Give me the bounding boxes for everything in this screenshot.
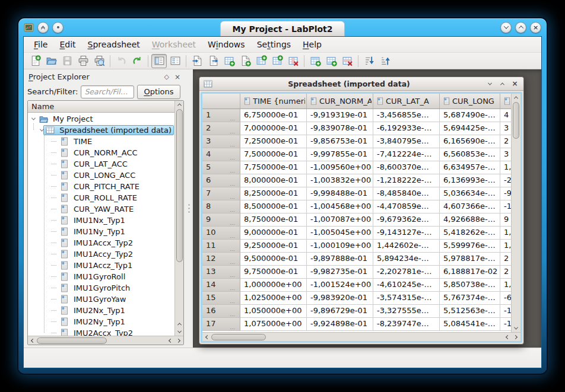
add-spreadsheet-button[interactable] (221, 54, 237, 68)
scroll-down-icon[interactable] (512, 324, 520, 332)
cell-r10c4[interactable]: 5,418262e-… (440, 227, 500, 240)
scroll-left-icon[interactable] (204, 333, 211, 341)
dock-splitter[interactable] (185, 69, 193, 348)
cell-r12c2[interactable]: -9,897888e-01 (307, 253, 373, 266)
cell-r4c2[interactable]: -9,997855e-01 (307, 148, 373, 161)
column-header-cur-long[interactable]: CUR_LONG (440, 94, 500, 109)
insert-row-above-button[interactable] (307, 54, 323, 68)
options-button[interactable]: Options (137, 85, 180, 99)
cell-r12c4[interactable]: 5,978817e-… (440, 253, 500, 266)
cell-r4c3[interactable]: -7,412224e-… (373, 148, 440, 161)
print-button[interactable] (75, 54, 91, 68)
cell-r1c2[interactable]: -9,919319e-01 (307, 109, 373, 122)
cell-r3c1[interactable]: 7,250000e-01 (240, 135, 307, 148)
tree-item-imu1gyroroll[interactable]: IMU1GyroRoll (28, 271, 174, 282)
tree-item-spreadsheet-imported-data[interactable]: Spreadsheet (imported data) (28, 125, 174, 136)
cell-r1c4[interactable]: 5,687490e-… (440, 109, 500, 122)
cell-r5c2[interactable]: -1,009560e+00 (307, 161, 373, 174)
cell-r8c4[interactable]: 4,607366e-… (440, 200, 500, 213)
remove-column-button[interactable] (285, 54, 301, 68)
table-corner-cell[interactable] (202, 94, 240, 109)
scroll-down-icon[interactable] (176, 328, 183, 336)
cell-r12c3[interactable]: 5,894234e-… (373, 253, 440, 266)
tree-item-imu1ny-typ1[interactable]: IMU1Ny_Typ1 (28, 226, 174, 237)
cell-r2c4[interactable]: 5,694425e-… (440, 122, 500, 135)
window-titlebar[interactable]: My Project - LabPlot2 × (18, 18, 547, 36)
minimize-window-button[interactable] (500, 22, 512, 33)
cell-r17c4[interactable]: 5,084541e-… (440, 318, 500, 331)
menu-spreadsheet[interactable]: Spreadsheet (82, 38, 145, 51)
subwindow-maximize-button[interactable] (498, 79, 507, 88)
cell-r16c3[interactable]: -3,327555e… (373, 305, 440, 318)
column-header-cur-lat-a[interactable]: CUR_LAT_A (373, 94, 440, 109)
table-hscroll-thumb[interactable] (211, 334, 266, 340)
cell-r6c2[interactable]: -1,003832e+00 (307, 174, 373, 187)
cell-r9c3[interactable]: -9,679362e… (373, 213, 440, 227)
cell-r15c1[interactable]: 1,025000e+00 (240, 292, 307, 305)
maximize-window-button[interactable] (515, 22, 526, 33)
cell-r5c4[interactable]: 6,634957e-… (440, 161, 500, 174)
cell-r14c4[interactable]: 5,850738e-… (440, 279, 500, 292)
tree-item-imu1accz-typ1[interactable]: IMU1Accz_Typ1 (28, 260, 174, 271)
tree-item-imu2nx-typ1[interactable]: IMU2Nx_Typ1 (28, 305, 174, 316)
cell-r15c2[interactable]: -9,983920e-01 (307, 292, 373, 305)
tree-item-cur-yaw-rate[interactable]: CUR_YAW_RATE (28, 203, 174, 215)
cell-r5c3[interactable]: -8,600370e… (373, 161, 440, 174)
float-dock-icon[interactable]: ◇ (164, 73, 169, 81)
tree-item-imu1gyropitch[interactable]: IMU1GyroPitch (28, 282, 174, 294)
row-header-11[interactable]: 11… (202, 240, 240, 253)
menu-help[interactable]: Help (297, 38, 327, 51)
cell-r17c1[interactable]: 1,075000e+00 (240, 318, 307, 331)
import-data-button[interactable] (189, 54, 205, 68)
menu-settings[interactable]: Settings (252, 38, 296, 51)
cell-r4c4[interactable]: 6,560853e-… (440, 148, 500, 161)
scroll-left-icon[interactable] (29, 337, 37, 345)
cell-r13c3[interactable]: -2,202781e-… (373, 266, 440, 279)
row-header-7[interactable]: 7… (202, 187, 240, 200)
row-header-9[interactable]: 9… (202, 213, 240, 227)
cell-r10c3[interactable]: -9,143127e-… (373, 227, 440, 240)
new-project-button[interactable] (27, 54, 43, 68)
cell-r10c2[interactable]: -1,005045e+00 (307, 227, 373, 240)
cell-r9c2[interactable]: -1,007087e+00 (307, 213, 373, 227)
cell-r13c1[interactable]: 9,750000e-01 (240, 266, 307, 279)
cell-r2c2[interactable]: -9,839078e-01 (307, 122, 373, 135)
tree-header-name[interactable]: Name (28, 101, 183, 113)
menu-file[interactable]: File (28, 38, 53, 51)
cell-r5c1[interactable]: 7,750000e-01 (240, 161, 307, 174)
scroll-up-icon[interactable] (512, 94, 520, 101)
row-header-8[interactable]: 8… (202, 200, 240, 213)
insert-row-below-button[interactable] (323, 54, 339, 68)
redo-button[interactable] (129, 54, 145, 68)
tree-horizontal-scrollbar[interactable] (28, 336, 183, 345)
scroll-left-icon[interactable] (504, 333, 512, 341)
cell-r11c1[interactable]: 9,250000e-01 (240, 240, 307, 253)
cell-r7c3[interactable]: -8,485840e… (373, 187, 440, 200)
export-button[interactable] (205, 54, 221, 68)
tree-item-cur-lat-acc[interactable]: CUR_LAT_ACC (28, 158, 174, 170)
subwindow-minimize-button[interactable] (485, 79, 494, 88)
row-header-13[interactable]: 13… (202, 266, 240, 279)
cell-r16c2[interactable]: -9,896729e-01 (307, 305, 373, 318)
table-horizontal-scrollbar[interactable] (202, 332, 520, 341)
row-header-14[interactable]: 14… (202, 279, 240, 292)
scroll-right-icon[interactable] (512, 333, 519, 341)
cell-r7c4[interactable]: 5,036634e-… (440, 187, 500, 200)
tree-item-imu1gyroyaw[interactable]: IMU1GyroYaw (28, 294, 174, 305)
cell-r2c1[interactable]: 7,000000e-01 (240, 122, 307, 135)
spreadsheet-window-titlebar[interactable]: Spreadsheet (imported data) × (199, 77, 523, 91)
tree-item-imu2ny-typ1[interactable]: IMU2Ny_Typ1 (28, 316, 174, 327)
row-header-5[interactable]: 5… (202, 161, 240, 174)
toggle-properties-explorer-button[interactable] (167, 54, 183, 68)
cell-r9c4[interactable]: 4,926688e-… (440, 213, 500, 227)
tree-vertical-scrollbar[interactable] (174, 101, 183, 336)
row-header-15[interactable]: 15… (202, 292, 240, 305)
scroll-right-icon[interactable] (174, 337, 182, 345)
cell-r10c1[interactable]: 9,000000e-01 (240, 227, 307, 240)
shade-window-button[interactable] (37, 22, 49, 33)
cell-r8c3[interactable]: -4,470859e… (373, 200, 440, 213)
tree-hscroll-thumb[interactable] (37, 337, 107, 344)
menu-edit[interactable]: Edit (54, 38, 81, 51)
cell-r6c3[interactable]: -1,218222e-… (373, 174, 440, 187)
row-header-3[interactable]: 3… (202, 135, 240, 148)
